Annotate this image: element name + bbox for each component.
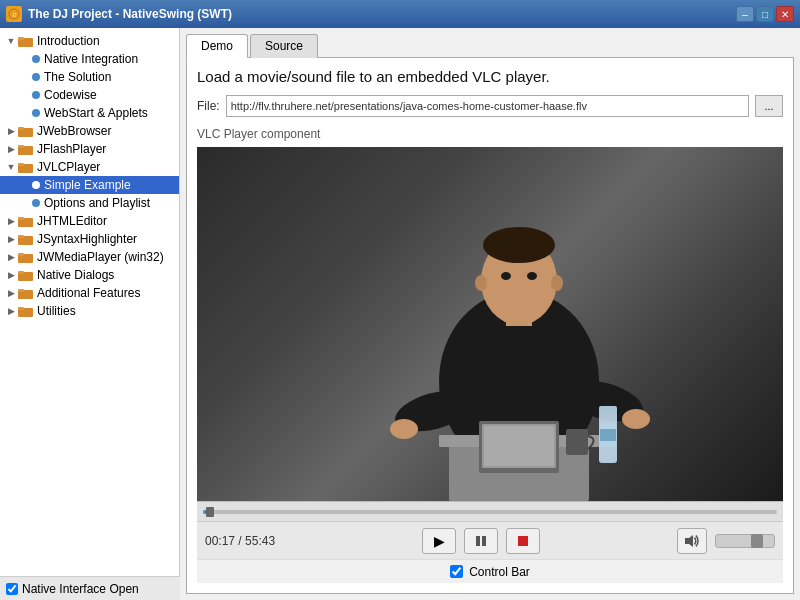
sidebar-item-additional-features[interactable]: ▶ Additional Features [0,284,179,302]
sidebar-item-jsyntaxhighlighter[interactable]: ▶ JSyntaxHighlighter [0,230,179,248]
folder-icon [18,269,34,281]
sidebar-item-label: Options and Playlist [44,196,150,210]
sidebar-item-label: Codewise [44,88,97,102]
time-display: 00:17 / 55:43 [205,534,285,548]
sidebar-wrapper: ▼ Introduction Native Integration The [0,28,180,600]
svg-rect-5 [18,127,24,130]
sidebar-item-native-integration[interactable]: Native Integration [0,50,179,68]
pause-button[interactable] [464,528,498,554]
sidebar-item-label: JWMediaPlayer (win32) [37,250,164,264]
svg-rect-15 [18,253,24,256]
expand-icon: ▼ [4,160,18,174]
svg-point-31 [501,272,511,280]
file-input[interactable] [226,95,749,117]
folder-icon [18,35,34,47]
svg-rect-45 [476,536,480,546]
sidebar-item-jflashplayer[interactable]: ▶ JFlashPlayer [0,140,179,158]
sidebar-item-codewise[interactable]: Codewise [0,86,179,104]
minimize-button[interactable]: – [736,6,754,22]
play-button[interactable]: ▶ [422,528,456,554]
sidebar-item-webstart-applets[interactable]: WebStart & Applets [0,104,179,122]
content-panel: Load a movie/sound file to an embedded V… [186,57,794,594]
bullet-icon [32,199,40,207]
stop-button[interactable] [506,528,540,554]
sidebar-item-jwmediaplayer[interactable]: ▶ JWMediaPlayer (win32) [0,248,179,266]
folder-icon [18,233,34,245]
folder-icon [18,287,34,299]
expand-icon: ▶ [4,304,18,318]
title-bar: ♫ The DJ Project - NativeSwing (SWT) – □… [0,0,800,28]
sidebar-item-introduction[interactable]: ▼ Introduction [0,32,179,50]
vlc-component-label: VLC Player component [197,127,783,141]
svg-rect-47 [518,536,528,546]
tab-source[interactable]: Source [250,34,318,58]
window-controls: – □ ✕ [736,6,794,22]
svg-rect-44 [566,429,588,455]
volume-button[interactable] [677,528,707,554]
close-button[interactable]: ✕ [776,6,794,22]
sidebar: ▼ Introduction Native Integration The [0,28,180,576]
expand-icon: ▶ [4,142,18,156]
sidebar-item-label: Native Dialogs [37,268,114,282]
sidebar-item-label: JFlashPlayer [37,142,106,156]
svg-text:♫: ♫ [11,11,16,18]
progress-area [197,501,783,521]
bullet-icon [32,73,40,81]
maximize-button[interactable]: □ [756,6,774,22]
bullet-icon [32,55,40,63]
svg-rect-41 [599,406,617,414]
sidebar-item-jwebbrowser[interactable]: ▶ JWebBrowser [0,122,179,140]
progress-bar-track[interactable] [203,510,777,514]
sidebar-item-simple-example[interactable]: Simple Example [0,176,179,194]
sidebar-item-label: JWebBrowser [37,124,111,138]
svg-point-32 [527,272,537,280]
svg-rect-43 [600,429,616,441]
sidebar-item-label: Simple Example [44,178,131,192]
sidebar-item-label: Native Integration [44,52,138,66]
svg-point-30 [483,227,555,263]
tab-demo[interactable]: Demo [186,34,248,58]
control-bar-checkbox[interactable] [450,565,463,578]
control-bar-row: Control Bar [197,559,783,583]
svg-rect-13 [18,235,24,238]
window-title: The DJ Project - NativeSwing (SWT) [28,7,232,21]
folder-icon [18,143,34,155]
sidebar-item-jhtmleditor[interactable]: ▶ JHTMLEditor [0,212,179,230]
sidebar-item-the-solution[interactable]: The Solution [0,68,179,86]
file-label: File: [197,99,220,113]
sidebar-item-utilities[interactable]: ▶ Utilities [0,302,179,320]
presenter-figure [374,181,664,501]
panel-title: Load a movie/sound file to an embedded V… [197,68,783,85]
sidebar-item-label: Introduction [37,34,100,48]
expand-icon: ▶ [4,250,18,264]
sidebar-item-label: Additional Features [37,286,140,300]
expand-icon: ▶ [4,124,18,138]
tab-bar: Demo Source [186,34,794,58]
sidebar-item-label: JVLCPlayer [37,160,100,174]
sidebar-item-label: WebStart & Applets [44,106,148,120]
folder-icon [18,161,34,173]
control-bar-label: Control Bar [469,565,530,579]
folder-icon [18,251,34,263]
svg-rect-11 [18,217,24,220]
sidebar-item-native-dialogs[interactable]: ▶ Native Dialogs [0,266,179,284]
svg-rect-21 [18,307,24,310]
stop-icon [517,535,529,547]
bullet-icon [32,109,40,117]
svg-rect-39 [484,426,554,466]
sidebar-item-label: The Solution [44,70,111,84]
content-area: Demo Source Load a movie/sound file to a… [180,28,800,600]
svg-marker-48 [685,535,693,547]
expand-icon: ▶ [4,232,18,246]
native-interface-checkbox[interactable] [6,583,18,595]
main-container: ▼ Introduction Native Integration The [0,28,800,600]
sidebar-item-jvlcplayer[interactable]: ▼ JVLCPlayer [0,158,179,176]
folder-icon [18,305,34,317]
sidebar-item-options-playlist[interactable]: Options and Playlist [0,194,179,212]
app-icon: ♫ [6,6,22,22]
volume-slider[interactable] [715,534,775,548]
browse-button[interactable]: ... [755,95,783,117]
expand-icon: ▶ [4,286,18,300]
video-player [197,147,783,501]
svg-point-27 [622,409,650,429]
